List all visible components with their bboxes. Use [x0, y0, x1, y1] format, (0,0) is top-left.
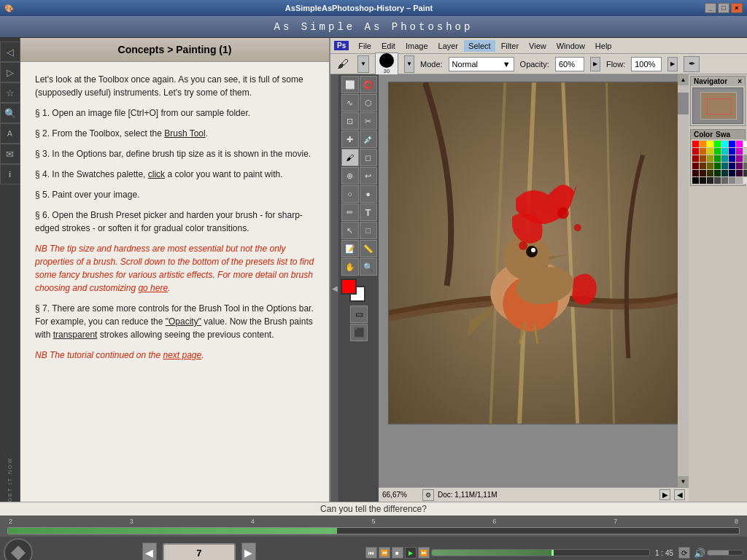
swatch-item[interactable] — [692, 148, 699, 155]
tool-history-brush[interactable]: ↩ — [360, 167, 377, 184]
tool-notes[interactable]: 📝 — [341, 240, 359, 257]
brush-dropdown-arrow[interactable]: ▼ — [357, 55, 369, 73]
swatch-item[interactable] — [729, 177, 735, 184]
screen-mode-rect[interactable]: ▭ — [350, 306, 368, 323]
workspace-collapse[interactable]: ◀ — [330, 74, 339, 502]
tool-pen[interactable]: ✏ — [341, 203, 359, 221]
foreground-color[interactable] — [341, 279, 357, 295]
go-here-link[interactable]: go here — [138, 283, 168, 293]
brush-size-dropdown[interactable]: ▼ — [404, 55, 414, 73]
swatch-item[interactable] — [714, 155, 721, 162]
menu-select[interactable]: Select — [464, 40, 495, 52]
menu-file[interactable]: File — [354, 40, 376, 52]
swatch-item[interactable] — [692, 177, 699, 184]
swatch-item[interactable] — [721, 163, 728, 169]
progress-bar[interactable] — [7, 527, 740, 534]
timeline-bar[interactable] — [431, 549, 651, 556]
tool-clone[interactable]: ⊕ — [341, 167, 359, 184]
vertical-scrollbar[interactable]: ▲ ▼ — [678, 74, 689, 487]
airbrush-tool[interactable]: ✒ — [684, 56, 700, 72]
flow-increase[interactable]: ▶ — [667, 57, 678, 71]
swatch-item[interactable] — [736, 163, 743, 169]
swatch-item[interactable] — [721, 177, 728, 184]
opacity-input[interactable]: 60% — [555, 57, 584, 71]
swatch-item[interactable] — [743, 141, 747, 147]
menu-edit[interactable]: Edit — [377, 40, 400, 52]
tool-text[interactable]: T — [360, 203, 377, 221]
swatch-item[interactable] — [729, 170, 735, 176]
swatch-item[interactable] — [736, 170, 743, 176]
scroll-up[interactable]: ▲ — [678, 74, 689, 85]
navigator-close[interactable]: × — [738, 77, 742, 85]
brush-tool-icon[interactable]: 🖌 — [334, 55, 352, 73]
left-nav-back[interactable]: ◁ — [0, 42, 20, 62]
tool-dodge[interactable]: ○ — [341, 185, 359, 203]
maximize-button[interactable]: □ — [718, 3, 729, 13]
swatch-item[interactable] — [692, 141, 699, 147]
swatch-item[interactable] — [714, 170, 721, 176]
swatch-item[interactable] — [743, 177, 747, 184]
tool-lasso[interactable]: ∿ — [341, 94, 359, 112]
swatch-item[interactable] — [707, 155, 713, 162]
swatch-item[interactable] — [707, 177, 713, 184]
transparent-link[interactable]: transparent — [53, 330, 98, 340]
color-panel-header[interactable]: Color Swa — [691, 130, 745, 139]
swatch-item[interactable] — [700, 170, 706, 176]
swatch-item[interactable] — [700, 155, 706, 162]
status-options[interactable]: ◀ — [674, 489, 685, 500]
ps-canvas[interactable] — [388, 82, 680, 424]
swatch-item[interactable] — [707, 163, 713, 169]
opacity-link[interactable]: "Opacity" — [166, 316, 201, 327]
swatch-item[interactable] — [714, 163, 721, 169]
scroll-thumb[interactable] — [678, 93, 689, 114]
swatch-item[interactable] — [736, 155, 743, 162]
left-mail[interactable]: ✉ — [0, 144, 20, 164]
left-search[interactable]: 🔍 — [0, 103, 20, 123]
opacity-increase[interactable]: ▶ — [590, 57, 600, 71]
swatch-item[interactable] — [707, 141, 713, 147]
menu-image[interactable]: Image — [401, 40, 433, 52]
left-bookmark[interactable]: ☆ — [0, 82, 20, 103]
swatch-item[interactable] — [700, 177, 706, 184]
swatch-item[interactable] — [721, 148, 728, 155]
stop-button[interactable]: ■ — [392, 547, 403, 559]
swatch-item[interactable] — [721, 170, 728, 176]
tool-brush[interactable]: 🖌 — [341, 149, 359, 166]
swatch-item[interactable] — [714, 148, 721, 155]
tool-zoom[interactable]: 🔍 — [360, 258, 377, 276]
tool-eraser[interactable]: ◻ — [360, 149, 377, 166]
menu-layer[interactable]: Layer — [434, 40, 463, 52]
tool-shape[interactable]: □ — [360, 222, 377, 239]
swatch-item[interactable] — [729, 148, 735, 155]
step-forward-button[interactable]: ⏩ — [418, 547, 430, 559]
left-nav-forward[interactable]: ▷ — [0, 62, 20, 82]
click-link[interactable]: click — [148, 169, 165, 179]
menu-view[interactable]: View — [525, 40, 551, 52]
next-page-link[interactable]: next page — [163, 350, 201, 360]
menu-window[interactable]: Window — [552, 40, 589, 52]
swatch-item[interactable] — [743, 163, 747, 169]
brush-preview[interactable]: 30 — [375, 52, 398, 76]
swatch-item[interactable] — [736, 141, 743, 147]
mode-dropdown[interactable]: Normal ▼ — [449, 57, 514, 71]
swatch-item[interactable] — [743, 155, 747, 162]
tool-hand[interactable]: ✋ — [341, 258, 359, 276]
tool-crop[interactable]: ⊡ — [341, 112, 359, 130]
tool-healing[interactable]: ✚ — [341, 131, 359, 148]
volume-slider[interactable] — [707, 550, 743, 556]
swatch-item[interactable] — [700, 163, 706, 169]
minimize-button[interactable]: _ — [705, 3, 716, 13]
tool-burn[interactable]: ● — [360, 185, 377, 203]
swatch-item[interactable] — [714, 177, 721, 184]
swatch-item[interactable] — [714, 141, 721, 147]
left-info[interactable]: i — [0, 164, 20, 184]
tool-measure[interactable]: 📏 — [360, 240, 377, 257]
swatch-item[interactable] — [692, 170, 699, 176]
screen-mode-full[interactable]: ⬛ — [350, 324, 368, 341]
step-back-button[interactable]: ⏪ — [379, 547, 390, 559]
swatch-item[interactable] — [736, 177, 743, 184]
brush-tool-link[interactable]: Brush Tool — [164, 128, 205, 139]
prev-page-button[interactable]: ◀ — [142, 542, 157, 560]
play-button[interactable]: ▶ — [405, 547, 417, 559]
status-arrow[interactable]: ▶ — [659, 489, 670, 500]
